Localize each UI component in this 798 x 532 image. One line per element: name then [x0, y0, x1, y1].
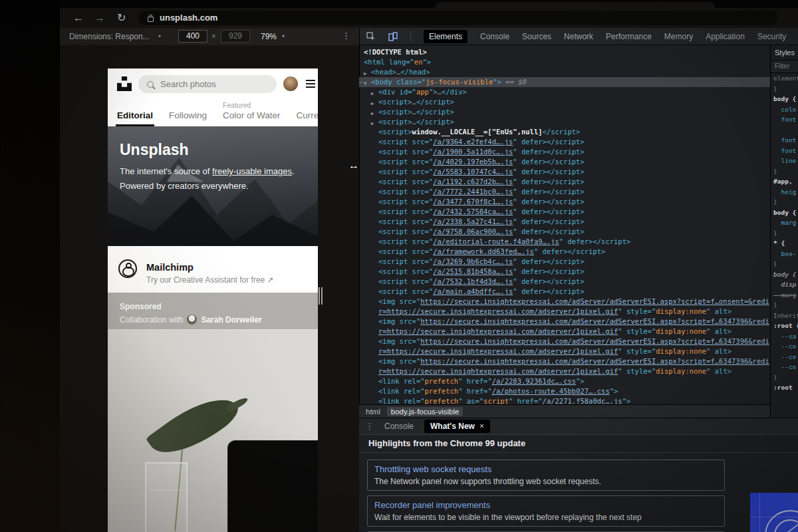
dom-line[interactable]: <script src="/a/main.a4bdffc….js" defer>… — [359, 287, 770, 297]
drawer-menu-button[interactable]: ⋮ — [366, 422, 374, 431]
style-rule-line: disp — [773, 279, 798, 290]
dom-line[interactable]: <script src="/a/7532.1bf4d3d….js" defer>… — [359, 277, 770, 287]
viewport-resize-handle[interactable] — [319, 287, 324, 305]
dom-line[interactable]: <img src="https://secure.insightexpressa… — [359, 297, 770, 307]
nav-tab-editorial[interactable]: Editorial — [117, 110, 153, 126]
dom-line[interactable]: <link rel="prefetch" href="/a/2283.92361… — [359, 376, 770, 386]
browser-tab[interactable] — [436, 2, 715, 8]
zoom-level-dropdown[interactable]: 79% — [261, 32, 277, 41]
dom-line[interactable]: r=https://secure.insightexpressai.com/ad… — [359, 307, 770, 317]
back-button[interactable]: ← — [73, 11, 84, 25]
dom-line[interactable]: <script src="/a/4029.197eb5b….js" defer>… — [359, 157, 770, 167]
dom-line[interactable]: <!DOCTYPE html> — [359, 47, 770, 57]
dom-line[interactable]: <link rel="prefetch" as="script" href="/… — [359, 396, 770, 404]
styles-filter-input[interactable]: Filter — [771, 61, 798, 73]
hero-banner: Unsplash The internet's source of freely… — [108, 126, 318, 246]
dom-token: prefetch — [425, 377, 459, 385]
dom-line[interactable]: <script src="/a/5583.10747c4….js" defer>… — [359, 167, 770, 177]
dom-line[interactable]: <script src="/a/3477.670f8c1….js" defer>… — [359, 197, 770, 207]
device-toolbar-toggle-icon[interactable] — [388, 32, 398, 41]
more-actions-icon[interactable]: ⋯ — [359, 77, 362, 87]
dom-line[interactable]: r=https://secure.insightexpressai.com/ad… — [359, 366, 770, 376]
nav-tab-following[interactable]: Following — [169, 110, 207, 126]
collaborator-avatar[interactable] — [187, 315, 197, 325]
breadcrumb-item[interactable]: html — [366, 408, 380, 416]
devtools-tab-network[interactable]: Network — [564, 32, 593, 41]
dom-token: /a/2515.81b458a….js — [433, 267, 513, 275]
dom-line[interactable]: <img src="https://secure.insightexpressa… — [359, 356, 770, 366]
dom-line[interactable]: <script>window.__LOCALE__=["EnUs",null]<… — [359, 127, 770, 137]
dom-token: <script> — [378, 108, 412, 116]
dom-line[interactable]: ▶<script>…</script> — [359, 107, 770, 117]
inspect-element-icon[interactable] — [366, 32, 376, 41]
style-rule-line: } — [773, 228, 798, 239]
devtools-tab-sources[interactable]: Sources — [522, 32, 551, 41]
mailchimp-ad[interactable]: Mailchimp Try our Creative Assistant for… — [108, 246, 318, 293]
dom-token: " defer></script> — [513, 188, 584, 196]
nav-tab-label: Editorial — [117, 110, 153, 120]
devtools-tab-application[interactable]: Application — [706, 32, 745, 41]
breadcrumb-item[interactable]: body.js-focus-visible — [387, 407, 464, 416]
address-bar[interactable]: unsplash.com — [138, 11, 778, 25]
dom-line[interactable]: <html lang="en"> — [359, 57, 770, 67]
ad-tagline-link[interactable]: Try our Creative Assistant for free ↗ — [146, 275, 274, 285]
dom-line[interactable]: <script src="/a/7432.57584ca….js" defer>… — [359, 207, 770, 217]
dom-line[interactable]: <script src="/a/3269.9b6cb4c….js" defer>… — [359, 257, 770, 267]
viewport-height-input[interactable]: 929 — [221, 30, 250, 43]
hamburger-menu-icon[interactable] — [306, 80, 315, 90]
whats-new-card-title[interactable]: Throttling web socket requests — [374, 464, 718, 474]
forward-button[interactable]: → — [94, 11, 105, 25]
search-input[interactable]: Search photos — [138, 75, 277, 93]
freely-usable-images-link[interactable]: freely-usable images — [212, 166, 292, 176]
ad-sponsor-name[interactable]: Mailchimp — [146, 262, 194, 273]
dom-line[interactable]: <link rel="prefetch" href="/a/photos-rou… — [359, 386, 770, 396]
dom-line[interactable]: <script src="/a/7772.2441bc0….js" defer>… — [359, 187, 770, 197]
dom-token: " style=" — [618, 347, 656, 355]
unsplash-logo[interactable] — [117, 76, 132, 94]
dom-line[interactable]: <img src="https://secure.insightexpressa… — [359, 336, 770, 346]
devtools-tab-security[interactable]: Security — [757, 32, 786, 41]
dom-line[interactable]: r=https://secure.insightexpressai.com/ad… — [359, 346, 770, 356]
devtools-tab-console[interactable]: Console — [480, 32, 509, 41]
dom-token: en — [414, 58, 423, 66]
whats-new-card[interactable]: Recorder panel improvementsWait for elem… — [367, 495, 725, 527]
dimensions-dropdown[interactable]: Dimensions: Respon... — [69, 32, 150, 41]
dom-line[interactable]: ▶<head>…</head> — [359, 67, 770, 77]
dom-line[interactable]: <img src="https://secure.insightexpressa… — [359, 317, 770, 327]
drawer-tab-console[interactable]: Console — [384, 422, 414, 431]
devtools-tab-memory[interactable]: Memory — [664, 32, 693, 41]
dom-line[interactable]: ▶<div id="app">…</div> — [359, 87, 770, 97]
dom-line[interactable]: ▶<script>…</script> — [359, 97, 770, 107]
close-icon[interactable]: × — [479, 422, 484, 431]
avatar[interactable] — [283, 76, 298, 91]
dom-token: " defer></script> — [513, 168, 584, 176]
whats-new-card[interactable]: Throttling web socket requestsThe Networ… — [367, 460, 725, 491]
devtools-tab-elements[interactable]: Elements — [424, 30, 467, 43]
dom-line[interactable]: r=https://secure.insightexpressai.com/ad… — [359, 327, 770, 336]
device-toolbar-menu-button[interactable]: ⋮ — [342, 31, 350, 41]
dom-line[interactable]: <script src="/a/1192.c627d2b….js" defer>… — [359, 177, 770, 187]
dom-line[interactable]: ▶<script>…</script> — [359, 117, 770, 127]
dom-line[interactable]: <script src="/a/9364.e2fef4d….js" defer>… — [359, 137, 770, 147]
dom-line[interactable]: <script src="/a/framework.dd63fed….js" d… — [359, 247, 770, 257]
dom-line[interactable]: <script src="/a/editorial-route.f4a0fa9…… — [359, 237, 770, 247]
url-text[interactable]: unsplash.com — [160, 13, 217, 23]
nav-tab-current-ev[interactable]: Current Ev — [297, 110, 318, 126]
dom-line[interactable]: <script src="/a/2338.5a27c41….js" defer>… — [359, 217, 770, 227]
devtools-tab-performance[interactable]: Performance — [606, 32, 652, 41]
sponsored-photo[interactable] — [108, 329, 318, 532]
whats-new-card-title[interactable]: Recorder panel improvements — [374, 500, 718, 510]
tab-styles[interactable]: Styles — [771, 45, 798, 61]
dom-line[interactable]: <script src="/a/2515.81b458a….js" defer>… — [359, 267, 770, 277]
reload-button[interactable]: ↻ — [117, 11, 126, 25]
viewport-width-input[interactable]: 400 — [178, 30, 207, 43]
dom-token: <script src=" — [378, 207, 433, 215]
dom-line[interactable]: ⋯▼<body class="js-focus-visible"> == $0 — [359, 77, 770, 87]
collaborator-name[interactable]: Sarah Dorweiler — [201, 315, 261, 325]
drawer-tab-what-s-new[interactable]: What's New× — [424, 420, 490, 433]
dom-line[interactable]: <script src="/a/1900.5a11d0c….js" defer>… — [359, 147, 770, 157]
chrome-update-graphic — [750, 493, 798, 532]
nav-tab-color-of-water[interactable]: FeaturedColor of Water — [223, 101, 281, 126]
dom-line[interactable]: <script src="/a/9758.06ac900….js" defer>… — [359, 227, 770, 237]
search-placeholder: Search photos — [160, 79, 216, 89]
